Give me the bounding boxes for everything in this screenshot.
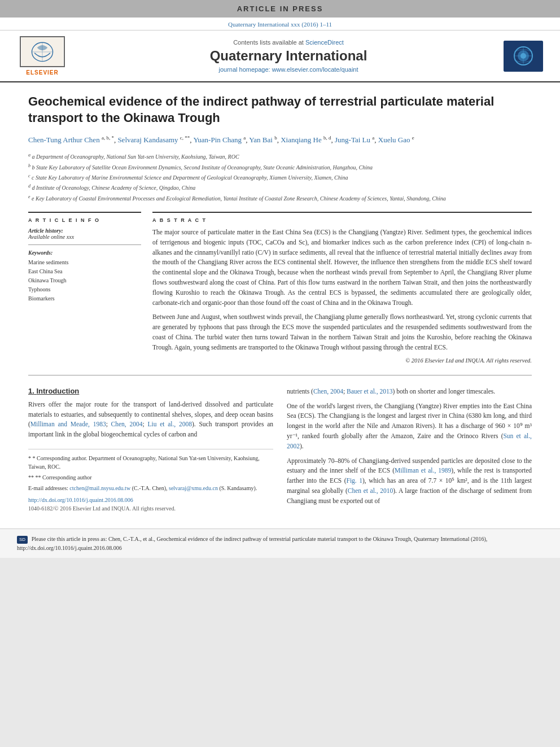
body-col-right: nutrients (Chen, 2004; Bauer et al., 201… bbox=[287, 387, 532, 512]
body-right-para-2: One of the world's largest rivers, the C… bbox=[287, 401, 532, 452]
affil-c: c c State Key Laboratory of Marine Envir… bbox=[28, 173, 532, 182]
email2-name: (S. Kandasamy). bbox=[219, 485, 257, 491]
abstract-text: The major source of particulate matter i… bbox=[152, 228, 532, 353]
aip-banner: ARTICLE IN PRESS bbox=[0, 0, 560, 18]
elsevier-logo-box bbox=[20, 36, 65, 67]
sci-direct-logo bbox=[504, 41, 549, 72]
homepage-label: journal homepage: bbox=[218, 66, 270, 73]
author-bai: Yan Bai bbox=[249, 136, 273, 145]
affil-b: b b State Key Laboratory of Satellite Oc… bbox=[28, 163, 532, 172]
ref-fig1[interactable]: Fig. 1 bbox=[347, 477, 362, 484]
journal-header: ELSEVIER Contents lists available at Sci… bbox=[0, 30, 560, 82]
page-wrapper: ARTICLE IN PRESS Quaternary Internationa… bbox=[0, 0, 560, 558]
elsevier-logo: ELSEVIER bbox=[11, 36, 73, 76]
ref-milliman[interactable]: Milliman and Meade, 1983 bbox=[30, 421, 106, 427]
homepage-url[interactable]: www.elsevier.com/locate/quaint bbox=[272, 66, 358, 73]
aip-banner-text: ARTICLE IN PRESS bbox=[237, 5, 323, 13]
elsevier-brand-text: ELSEVIER bbox=[26, 69, 58, 76]
footnote-corresponding-2: ** ** Corresponding author bbox=[28, 473, 273, 482]
article-info-box: A R T I C L E I N F O Article history: A… bbox=[28, 212, 141, 303]
citation-bar: SD Please cite this article in press as:… bbox=[0, 528, 560, 558]
keyword-marine-sediments: Marine sediments bbox=[28, 258, 141, 267]
keywords-section: Keywords: Marine sediments East China Se… bbox=[28, 250, 141, 303]
citation-sd-logo: SD bbox=[17, 536, 28, 544]
intro-heading: 1. Introduction bbox=[28, 387, 273, 395]
footnote-corresponding-1: * * Corresponding author. Department of … bbox=[28, 454, 273, 471]
affil-a: a a Department of Oceanography, National… bbox=[28, 152, 532, 161]
affil-e: e e Key Laboratory of Coastal Environmen… bbox=[28, 194, 532, 203]
intro-number: 1. bbox=[28, 387, 34, 395]
journal-ref-text: Quaternary International xxx (2016) 1–11 bbox=[228, 21, 332, 28]
author-chen-sup: a, b, * bbox=[102, 135, 114, 141]
keyword-okinawa-trough: Okinawa Trough bbox=[28, 276, 141, 285]
doi-text: http://dx.doi.org/10.1016/j.quaint.2016.… bbox=[28, 497, 133, 503]
ref-chen-2010[interactable]: Chen et al., 2010 bbox=[348, 487, 393, 494]
email2-link[interactable]: selvaraj@xmu.edu.cn bbox=[169, 485, 218, 491]
history-value: Available online xxx bbox=[28, 234, 74, 240]
info-abstract-columns: A R T I C L E I N F O Article history: A… bbox=[28, 212, 532, 364]
authors: Chen-Tung Arthur Chen a, b, *, Selvaraj … bbox=[28, 134, 532, 146]
keywords-title: Keywords: bbox=[28, 250, 141, 256]
ref-sun[interactable]: Sun et al., 2002 bbox=[287, 433, 532, 449]
author-gao: Xuelu Gao bbox=[378, 136, 410, 145]
abstract-box: A B S T R A C T The major source of part… bbox=[152, 212, 532, 364]
abstract-column: A B S T R A C T The major source of part… bbox=[152, 212, 532, 364]
journal-homepage: journal homepage: www.elsevier.com/locat… bbox=[73, 66, 504, 73]
abstract-para-1: The major source of particulate matter i… bbox=[152, 228, 532, 308]
ref-chen-2004b[interactable]: Chen, 2004 bbox=[313, 388, 343, 395]
body-col-left: 1. Introduction Rivers offer the major r… bbox=[28, 387, 273, 512]
author-chang-sup: a bbox=[243, 135, 246, 141]
author-kandasamy-sup: c, ** bbox=[180, 135, 190, 141]
author-kandasamy: Selvaraj Kandasamy bbox=[117, 136, 178, 145]
article-info-label: A R T I C L E I N F O bbox=[28, 217, 141, 223]
abstract-para-2: Between June and August, when southwest … bbox=[152, 312, 532, 352]
author-chen: Chen-Tung Arthur Chen bbox=[28, 136, 100, 145]
body-right-para-3: Approximately 70–80% of Changjiang-deriv… bbox=[287, 456, 532, 506]
affil-d: d d Institute of Oceanology, Chinese Aca… bbox=[28, 183, 532, 192]
author-he-sup: b, d bbox=[323, 135, 331, 141]
body-divider bbox=[28, 375, 532, 375]
keyword-biomarkers: Biomarkers bbox=[28, 294, 141, 303]
journal-title-center: Contents lists available at ScienceDirec… bbox=[73, 39, 504, 73]
citation-text: Please cite this article in press as: Ch… bbox=[17, 536, 487, 551]
intro-title: Introduction bbox=[36, 387, 79, 395]
sci-direct-box bbox=[504, 41, 543, 72]
doi-line[interactable]: http://dx.doi.org/10.1016/j.quaint.2016.… bbox=[28, 497, 273, 503]
author-lu: Jung-Tai Lu bbox=[335, 136, 370, 145]
article-content: Geochemical evidence of the indirect pat… bbox=[0, 82, 560, 523]
footnote-email: E-mail addresses: ctchen@mail.nsysu.edu.… bbox=[28, 484, 273, 492]
info-divider bbox=[28, 244, 141, 245]
author-bai-sup: b bbox=[274, 135, 277, 141]
corresponding-label: * Corresponding author. bbox=[33, 455, 88, 461]
ref-chen-2004[interactable]: Chen, 2004 bbox=[111, 421, 143, 427]
issn-line: 1040-6182/© 2016 Elsevier Ltd and INQUA.… bbox=[28, 505, 273, 512]
copyright-line: © 2016 Elsevier Ltd and INQUA. All right… bbox=[152, 357, 532, 364]
science-direct-link[interactable]: ScienceDirect bbox=[305, 39, 344, 46]
corresponding2-label: ** Corresponding author bbox=[36, 474, 92, 480]
email-label: E-mail addresses: bbox=[28, 485, 68, 491]
article-history: Article history: Available online xxx bbox=[28, 228, 141, 240]
journal-ref-line: Quaternary International xxx (2016) 1–11 bbox=[0, 18, 560, 30]
article-title: Geochemical evidence of the indirect pat… bbox=[28, 94, 532, 126]
email1-link[interactable]: ctchen@mail.nsysu.edu.tw bbox=[69, 485, 130, 491]
author-he: Xianqiang He bbox=[281, 136, 322, 145]
author-gao-sup: e bbox=[412, 135, 414, 141]
email1-name: (C.-T.A. Chen), bbox=[132, 485, 168, 491]
keyword-east-china-sea: East China Sea bbox=[28, 267, 141, 276]
contents-label: Contents lists available at bbox=[233, 39, 304, 46]
affiliations: a a Department of Oceanography, National… bbox=[28, 152, 532, 203]
article-info-column: A R T I C L E I N F O Article history: A… bbox=[28, 212, 141, 364]
journal-main-title: Quaternary International bbox=[73, 48, 504, 64]
ref-milliman-1989[interactable]: Milliman et al., 1989 bbox=[395, 467, 451, 474]
intro-para-1: Rivers offer the major route for the tra… bbox=[28, 400, 273, 440]
body-right-para-1: nutrients (Chen, 2004; Bauer et al., 201… bbox=[287, 387, 532, 397]
author-chang: Yuan-Pin Chang bbox=[193, 136, 242, 145]
ref-bauer[interactable]: Bauer et al., 2013 bbox=[347, 388, 392, 395]
body-two-columns: 1. Introduction Rivers offer the major r… bbox=[28, 387, 532, 512]
author-lu-sup: a bbox=[372, 135, 374, 141]
abstract-label: A B S T R A C T bbox=[152, 217, 532, 223]
footnotes-area: * * Corresponding author. Department of … bbox=[28, 449, 273, 492]
ref-liu[interactable]: Liu et al., 2008 bbox=[147, 421, 192, 427]
science-direct-line: Contents lists available at ScienceDirec… bbox=[73, 39, 504, 46]
history-label: Article history: bbox=[28, 228, 63, 234]
